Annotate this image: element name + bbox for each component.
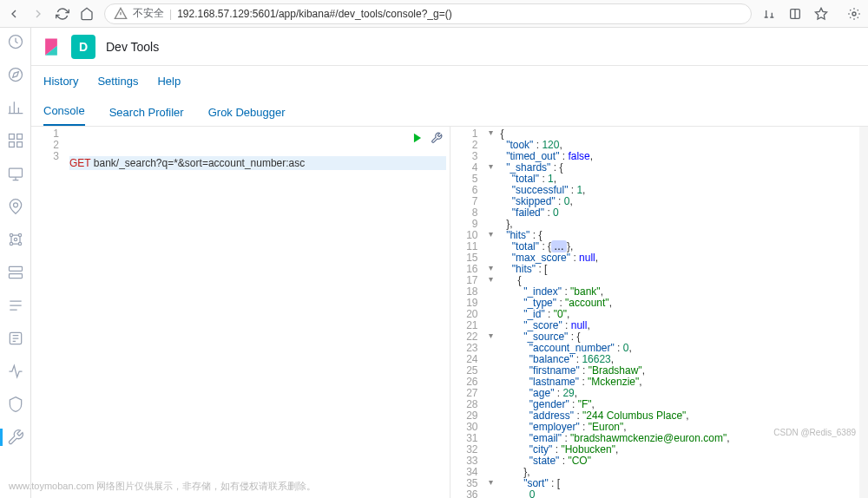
recent-icon[interactable]	[7, 33, 24, 50]
uptime-icon[interactable]	[7, 363, 24, 380]
svg-rect-7	[16, 142, 22, 147]
request-pane: 123 GET bank/_search?q=*&sort=account_nu…	[31, 127, 450, 498]
request-path: bank/_search?q=*&sort=account_number:asc	[94, 157, 306, 169]
help-link[interactable]: Help	[157, 75, 181, 88]
extensions-icon[interactable]	[847, 7, 861, 21]
svg-point-1	[852, 12, 856, 16]
tab-console[interactable]: Console	[43, 104, 85, 126]
maps-icon[interactable]	[7, 198, 24, 215]
reader-icon[interactable]	[788, 7, 802, 21]
svg-point-13	[18, 242, 21, 245]
url-bar[interactable]: 不安全 | 192.168.57.129:5601/app/kibana#/de…	[104, 3, 752, 24]
warning-icon	[114, 7, 128, 21]
svg-rect-6	[9, 142, 14, 147]
tabs: Console Search Profiler Grok Debugger	[31, 95, 868, 127]
svg-rect-4	[9, 134, 14, 140]
infra-icon[interactable]	[7, 264, 24, 281]
canvas-icon[interactable]	[7, 165, 24, 182]
svg-point-14	[14, 238, 16, 240]
svg-rect-16	[9, 274, 22, 278]
devtools-icon[interactable]	[7, 429, 24, 446]
history-link[interactable]: History	[43, 75, 78, 88]
visualize-icon[interactable]	[7, 99, 24, 116]
app-badge: D	[71, 35, 95, 59]
dashboard-icon[interactable]	[7, 132, 24, 149]
star-icon[interactable]	[814, 7, 828, 21]
tab-search-profiler[interactable]: Search Profiler	[109, 106, 184, 126]
tab-grok-debugger[interactable]: Grok Debugger	[208, 106, 286, 126]
svg-point-12	[10, 242, 12, 245]
apm-icon[interactable]	[7, 330, 24, 347]
watermark-text: www.toymoban.com 网络图片仅供展示，非存储，如有侵权请联系删除。	[9, 480, 316, 493]
svg-rect-5	[16, 134, 22, 140]
request-editor[interactable]: GET bank/_search?q=*&sort=account_number…	[66, 127, 450, 498]
request-method: GET	[69, 157, 90, 169]
home-icon[interactable]	[80, 7, 94, 21]
app-header: D Dev Tools	[31, 28, 868, 66]
play-icon[interactable]	[411, 132, 424, 147]
url-text: 192.168.57.129:5601/app/kibana#/dev_tool…	[177, 8, 452, 20]
forward-icon[interactable]	[31, 7, 45, 21]
refresh-icon[interactable]	[56, 7, 69, 21]
response-gutter: 1234567891011151617181920212223242526272…	[450, 127, 485, 498]
response-pane: 1234567891011151617181920212223242526272…	[450, 127, 869, 498]
request-gutter: 123	[31, 127, 66, 498]
ml-icon[interactable]	[7, 231, 24, 248]
credit-text: CSDN @Redis_6389	[773, 428, 856, 437]
svg-rect-15	[9, 266, 22, 271]
browser-toolbar: 不安全 | 192.168.57.129:5601/app/kibana#/de…	[0, 0, 868, 28]
scrollbar[interactable]	[859, 127, 868, 498]
text-size-icon[interactable]	[762, 7, 776, 21]
page-title: Dev Tools	[106, 40, 159, 54]
svg-point-3	[9, 69, 22, 82]
discover-icon[interactable]	[7, 66, 24, 83]
wrench-icon[interactable]	[431, 132, 443, 147]
logs-icon[interactable]	[7, 297, 24, 314]
svg-point-10	[10, 233, 12, 236]
left-rail	[0, 28, 31, 498]
kibana-logo-icon	[42, 37, 61, 56]
response-viewer[interactable]: { "took" : 120, "timed_out" : false, "_s…	[497, 127, 860, 498]
svg-point-9	[13, 203, 17, 207]
siem-icon[interactable]	[7, 396, 24, 413]
insecure-label: 不安全	[133, 6, 164, 21]
settings-link[interactable]: Settings	[97, 75, 138, 88]
back-icon[interactable]	[7, 7, 21, 21]
sub-links: History Settings Help	[31, 66, 868, 95]
response-fold-gutter[interactable]: ▾▾▾▾▾▾▾▾	[485, 127, 497, 498]
svg-point-11	[18, 233, 21, 236]
svg-rect-8	[9, 168, 22, 177]
